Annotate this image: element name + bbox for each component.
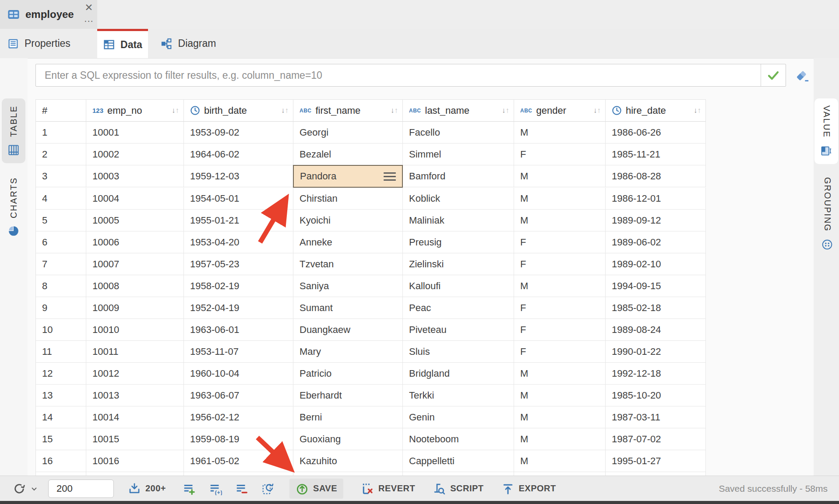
data-cell[interactable]: Sumant	[293, 297, 403, 319]
column-header-first-name[interactable]: ABC first_name ↓↑	[293, 100, 403, 122]
data-cell[interactable]: M	[514, 406, 606, 428]
data-cell[interactable]: 1994-09-15	[606, 275, 706, 297]
sidebar-tab-value[interactable]: VALUE	[814, 98, 838, 164]
data-cell[interactable]: Duangkaew	[293, 319, 403, 341]
data-cell[interactable]: 1985-02-18	[606, 297, 706, 319]
data-cell[interactable]: 1953-09-02	[184, 122, 293, 144]
data-cell[interactable]: 1986-12-01	[606, 188, 706, 210]
data-cell[interactable]: 1963-06-01	[184, 319, 293, 341]
data-cell[interactable]: Facello	[403, 122, 514, 144]
data-cell[interactable]: 1989-09-12	[606, 210, 706, 231]
row-number-cell[interactable]: 5	[36, 210, 86, 231]
data-cell[interactable]: 1960-10-04	[184, 363, 293, 385]
data-cell[interactable]: Nooteboom	[403, 428, 514, 450]
data-cell[interactable]: Patricio	[293, 363, 403, 385]
data-cell[interactable]: 1955-01-21	[184, 210, 293, 231]
data-cell[interactable]: 10015	[86, 428, 184, 450]
data-cell[interactable]: Piveteau	[403, 319, 514, 341]
save-button[interactable]: SAVE	[289, 479, 343, 499]
data-cell[interactable]: Chirstian	[293, 188, 403, 210]
add-row-button[interactable]	[183, 482, 196, 495]
data-cell[interactable]: 10009	[86, 297, 184, 319]
tab-diagram[interactable]: Diagram	[148, 29, 229, 58]
data-cell[interactable]: Preusig	[403, 231, 514, 253]
sort-icons[interactable]: ↓↑	[391, 106, 398, 115]
row-number-cell[interactable]: 2	[36, 144, 86, 165]
data-cell[interactable]: Berni	[293, 406, 403, 428]
tab-employee[interactable]: employee	[0, 0, 97, 29]
data-cell[interactable]: Peac	[403, 297, 514, 319]
data-cell[interactable]: 1989-02-10	[606, 253, 706, 275]
row-number-cell[interactable]: 4	[36, 188, 86, 210]
tab-data[interactable]: Data	[97, 29, 148, 58]
tab-properties[interactable]: Properties	[0, 29, 97, 58]
data-cell[interactable]: Mary	[293, 341, 403, 363]
data-cell[interactable]: Kalloufi	[403, 275, 514, 297]
data-cell[interactable]: Koblick	[403, 188, 514, 210]
data-cell[interactable]: Cappelletti	[403, 450, 514, 472]
data-cell[interactable]: 10011	[86, 341, 184, 363]
column-header-emp-no[interactable]: 123 emp_no ↓↑	[86, 100, 184, 122]
column-header-birth-date[interactable]: birth_date ↓↑	[184, 100, 293, 122]
clear-filter-button[interactable]	[793, 68, 811, 83]
data-cell[interactable]: Terkki	[403, 385, 514, 406]
data-cell[interactable]: Bridgland	[403, 363, 514, 385]
data-cell[interactable]: F	[514, 341, 606, 363]
data-cell[interactable]: 10008	[86, 275, 184, 297]
sort-icons[interactable]: ↓↑	[502, 106, 509, 115]
close-icon[interactable]: ✕	[83, 2, 95, 13]
data-cell[interactable]: Anneke	[293, 231, 403, 253]
data-cell[interactable]: 1953-11-07	[184, 341, 293, 363]
data-cell[interactable]: 10016	[86, 450, 184, 472]
row-number-cell[interactable]: 15	[36, 428, 86, 450]
data-cell[interactable]: 1989-08-24	[606, 319, 706, 341]
data-cell[interactable]: 1985-11-21	[606, 144, 706, 165]
data-cell[interactable]: 10007	[86, 253, 184, 275]
row-number-cell[interactable]: 13	[36, 385, 86, 406]
sql-filter-input[interactable]	[36, 64, 761, 86]
selected-cell[interactable]: Pandora	[293, 165, 403, 188]
data-cell[interactable]: 1963-06-07	[184, 385, 293, 406]
sidebar-tab-table[interactable]: TABLE	[2, 98, 25, 163]
export-button[interactable]: EXPORT	[501, 482, 556, 495]
data-cell[interactable]: 1958-02-19	[184, 275, 293, 297]
data-cell[interactable]: 1953-04-20	[184, 231, 293, 253]
row-number-cell[interactable]: 8	[36, 275, 86, 297]
data-cell[interactable]: M	[514, 122, 606, 144]
data-cell[interactable]: M	[514, 428, 606, 450]
data-cell[interactable]: 1952-04-19	[184, 297, 293, 319]
data-cell[interactable]: 10005	[86, 210, 184, 231]
sidebar-tab-grouping[interactable]: GROUPING	[815, 170, 839, 257]
row-number-cell[interactable]: 12	[36, 363, 86, 385]
row-number-cell[interactable]: 14	[36, 406, 86, 428]
data-cell[interactable]: F	[514, 297, 606, 319]
data-cell[interactable]: M	[514, 363, 606, 385]
delete-row-button[interactable]	[235, 482, 248, 495]
data-cell[interactable]: 10012	[86, 363, 184, 385]
data-cell[interactable]: 10003	[86, 165, 184, 187]
sort-icons[interactable]: ↓↑	[281, 106, 289, 115]
data-cell[interactable]: M	[514, 385, 606, 406]
column-header-gender[interactable]: ABC gender ↓↑	[514, 100, 606, 122]
data-cell[interactable]: Maliniak	[403, 210, 514, 231]
row-number-cell[interactable]: 7	[36, 253, 86, 275]
data-cell[interactable]: F	[514, 144, 606, 165]
row-number-cell[interactable]: 6	[36, 231, 86, 253]
data-cell[interactable]: 1964-06-02	[184, 144, 293, 165]
data-cell[interactable]: Guoxiang	[293, 428, 403, 450]
data-cell[interactable]: Kyoichi	[293, 210, 403, 231]
data-cell[interactable]: Genin	[403, 406, 514, 428]
data-cell[interactable]: M	[514, 188, 606, 210]
data-cell[interactable]: Tzvetan	[293, 253, 403, 275]
data-cell[interactable]: 1995-01-27	[606, 450, 706, 472]
data-cell[interactable]: F	[514, 253, 606, 275]
row-limit-input[interactable]	[48, 480, 114, 498]
data-cell[interactable]: 1959-12-03	[184, 165, 293, 187]
data-cell[interactable]: M	[514, 210, 606, 231]
more-options-icon[interactable]: ...	[83, 13, 95, 24]
column-header-rownum[interactable]: #	[36, 100, 86, 122]
refresh-button[interactable]	[12, 482, 38, 496]
column-header-last-name[interactable]: ABC last_name ↓↑	[403, 100, 514, 122]
data-cell[interactable]: M	[514, 275, 606, 297]
row-number-cell[interactable]: 11	[36, 341, 86, 363]
